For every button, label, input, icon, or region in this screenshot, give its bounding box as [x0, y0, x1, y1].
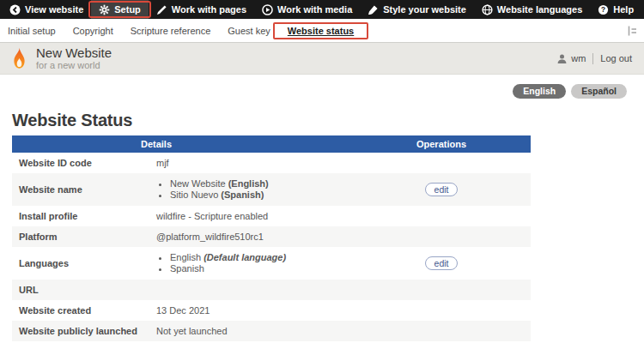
row-details: @platform_wildfire510rc1 — [149, 226, 352, 247]
row-details: 13 Dec 2021 — [149, 300, 352, 321]
tab-guest-key[interactable]: Guest key — [219, 19, 279, 42]
toolbar-item-setup[interactable]: Setup — [91, 0, 149, 19]
row-details: New Website (English)Sitio Nuevo (Spanis… — [149, 173, 352, 206]
toolbar-pin-icon[interactable] — [628, 26, 637, 36]
table-row-website-created: Website created13 Dec 2021 — [12, 300, 531, 321]
row-operations — [352, 321, 531, 341]
account-info: wm — [557, 53, 586, 63]
site-header: New Website for a new world wm Log out — [0, 43, 644, 75]
row-label: Website name — [12, 173, 149, 206]
row-operations — [352, 300, 531, 321]
back-circle-icon — [9, 4, 21, 15]
toolbar-item-style-your-website[interactable]: Style your website — [360, 0, 474, 19]
edit-button[interactable]: edit — [425, 183, 459, 196]
tab-scripture-reference[interactable]: Scripture reference — [122, 19, 220, 42]
row-operations: edit — [352, 247, 531, 280]
row-operations — [352, 280, 531, 300]
header-divider — [592, 53, 593, 64]
help-circle-icon: ? — [598, 4, 609, 15]
admin-toolbar: View websiteSetupWork with pagesWork wit… — [0, 0, 644, 19]
table-row-website-publicly-launched: Website publicly launchedNot yet launche… — [12, 321, 531, 341]
table-row-languages: LanguagesEnglish (Default language)Spani… — [12, 247, 531, 280]
detail-bullet: New Website (English) — [170, 178, 345, 190]
page-title: Website Status — [12, 111, 644, 130]
toolbar-item-label: Work with pages — [172, 4, 246, 15]
toolbar-item-label: Website languages — [497, 4, 582, 15]
site-subtitle: for a new world — [36, 60, 112, 71]
toolbar-item-website-languages[interactable]: Website languages — [474, 0, 590, 19]
toolbar-item-help[interactable]: ?Help — [590, 0, 641, 19]
column-header-details: Details — [12, 135, 352, 153]
detail-bullet: Spanish — [170, 263, 345, 274]
toolbar-item-view-website[interactable]: View website — [2, 0, 91, 19]
globe-icon — [482, 4, 493, 15]
toolbar-item-label: Style your website — [383, 4, 466, 15]
brush-icon — [368, 4, 379, 15]
person-icon — [557, 54, 567, 63]
language-switcher: English Español — [0, 75, 644, 99]
language-pill-english[interactable]: English — [513, 84, 566, 99]
row-label: Website ID code — [12, 153, 149, 173]
row-label: Platform — [12, 226, 149, 247]
detail-suffix: (Default language) — [204, 252, 286, 262]
table-row-platform: Platform@platform_wildfire510rc1 — [12, 226, 531, 247]
tabs-container: Initial setupCopyrightScripture referenc… — [0, 19, 362, 42]
table-row-website-name: Website nameNew Website (English)Sitio N… — [12, 173, 531, 206]
pencil-icon — [156, 4, 167, 15]
tab-copyright[interactable]: Copyright — [64, 19, 122, 42]
row-label: Languages — [12, 247, 149, 280]
column-header-operations: Operations — [352, 135, 531, 153]
username: wm — [571, 53, 586, 63]
tab-initial-setup[interactable]: Initial setup — [0, 19, 64, 42]
logout-link[interactable]: Log out — [600, 53, 632, 63]
website-status-table: Details Operations Website ID codemjfWeb… — [12, 135, 531, 341]
detail-bullet: Sitio Nuevo (Spanish) — [170, 190, 345, 201]
row-operations: edit — [352, 173, 531, 206]
toolbar-item-label: Work with media — [277, 4, 352, 15]
table-row-install-profile: Install profilewildfire - Scripture enab… — [12, 206, 531, 226]
detail-suffix: (English) — [228, 178, 269, 189]
row-operations — [352, 153, 531, 173]
edit-button[interactable]: edit — [425, 256, 459, 270]
row-label: Install profile — [12, 206, 149, 226]
row-label: URL — [12, 280, 149, 300]
table-row-url: URL — [12, 280, 531, 300]
detail-suffix: (Spanish) — [221, 190, 264, 200]
row-label: Website created — [12, 300, 149, 321]
site-title: New Website — [36, 45, 112, 60]
row-operations — [352, 226, 531, 247]
site-title-block: New Website for a new world — [36, 45, 112, 71]
row-details: English (Default language)Spanish — [149, 247, 352, 280]
toolbar-item-label: Setup — [114, 4, 141, 15]
row-details: wildfire - Scripture enabled — [149, 206, 352, 226]
row-label: Website publicly launched — [12, 321, 149, 341]
tab-website-status[interactable]: Website status — [279, 19, 362, 42]
header-account-area: wm Log out — [557, 53, 632, 64]
flame-logo-icon — [10, 46, 28, 70]
toolbar-item-label: Help — [613, 4, 634, 15]
play-circle-icon — [262, 4, 273, 15]
toolbar-item-work-with-pages[interactable]: Work with pages — [149, 0, 254, 19]
svg-text:?: ? — [601, 5, 605, 14]
toolbar-item-work-with-media[interactable]: Work with media — [254, 0, 360, 19]
table-header-row: Details Operations — [12, 135, 531, 153]
row-operations — [352, 206, 531, 226]
toolbar-item-label: View website — [25, 4, 83, 15]
detail-bullet: English (Default language) — [170, 252, 345, 263]
row-details: mjf — [149, 153, 352, 173]
row-details — [149, 280, 352, 300]
secondary-tab-bar: Initial setupCopyrightScripture referenc… — [0, 19, 644, 43]
main-content: English Español Website Status Details O… — [0, 75, 644, 341]
row-details: Not yet launched — [149, 321, 352, 341]
table-row-website-id-code: Website ID codemjf — [12, 153, 531, 173]
language-pill-espanol[interactable]: Español — [571, 84, 627, 99]
gear-icon — [99, 4, 110, 15]
